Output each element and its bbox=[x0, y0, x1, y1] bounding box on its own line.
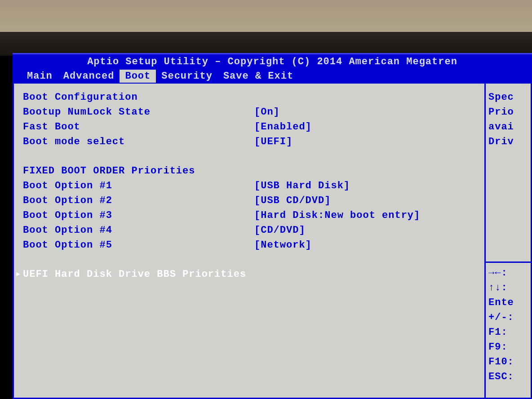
tab-main[interactable]: Main bbox=[22, 70, 58, 83]
setting-boot-option-2[interactable]: Boot Option #2 [USB CD/DVD] bbox=[23, 193, 484, 208]
key-hint: ESC: bbox=[488, 369, 528, 384]
submenu-label: UEFI Hard Disk Drive BBS Priorities bbox=[23, 267, 246, 282]
tab-boot[interactable]: Boot bbox=[120, 70, 156, 83]
setting-value: [USB Hard Disk] bbox=[254, 178, 350, 193]
section-boot-config: Boot Configuration bbox=[23, 90, 484, 105]
setting-label: Boot Option #1 bbox=[23, 178, 254, 193]
help-text: Spec bbox=[488, 90, 528, 105]
main-panel: Boot Configuration Bootup NumLock State … bbox=[14, 84, 486, 398]
help-text: avai bbox=[488, 120, 528, 134]
setting-label: Bootup NumLock State bbox=[23, 105, 254, 120]
setting-boot-mode[interactable]: Boot mode select [UEFI] bbox=[23, 134, 484, 149]
setting-boot-option-3[interactable]: Boot Option #3 [Hard Disk:New boot entry… bbox=[23, 208, 484, 223]
help-text: Prio bbox=[488, 105, 528, 120]
setting-value: [CD/DVD] bbox=[254, 223, 306, 238]
key-hint: →←: bbox=[488, 266, 528, 280]
key-hint: Ente bbox=[488, 295, 528, 310]
bios-screen: Aptio Setup Utility – Copyright (C) 2014… bbox=[13, 53, 532, 399]
setting-value: [Network] bbox=[254, 238, 312, 253]
setting-label: Boot mode select bbox=[23, 134, 254, 149]
setting-label: Boot Option #2 bbox=[23, 193, 254, 208]
section-boot-order: FIXED BOOT ORDER Priorities bbox=[23, 164, 484, 178]
setting-value: [On] bbox=[254, 105, 280, 120]
setting-label: Boot Option #3 bbox=[23, 208, 254, 223]
setting-value: [Hard Disk:New boot entry] bbox=[254, 208, 420, 223]
key-hint: F1: bbox=[488, 325, 528, 340]
key-hint: F9: bbox=[488, 340, 528, 355]
help-text: Driv bbox=[488, 134, 528, 149]
tab-security[interactable]: Security bbox=[156, 70, 218, 83]
key-hint: F10: bbox=[488, 355, 528, 369]
setting-boot-option-5[interactable]: Boot Option #5 [Network] bbox=[23, 238, 484, 253]
setting-value: [Enabled] bbox=[254, 120, 312, 134]
submenu-uefi-hdd-bbs[interactable]: ▸ UEFI Hard Disk Drive BBS Priorities bbox=[14, 267, 484, 282]
tab-advanced[interactable]: Advanced bbox=[58, 70, 120, 83]
setting-label: Boot Option #5 bbox=[23, 238, 254, 253]
setting-numlock[interactable]: Bootup NumLock State [On] bbox=[23, 105, 484, 120]
tab-save-exit[interactable]: Save & Exit bbox=[218, 70, 299, 83]
setting-value: [USB CD/DVD] bbox=[254, 193, 331, 208]
setting-boot-option-4[interactable]: Boot Option #4 [CD/DVD] bbox=[23, 223, 484, 238]
key-hint: +/-: bbox=[488, 310, 528, 325]
setting-fast-boot[interactable]: Fast Boot [Enabled] bbox=[23, 120, 484, 134]
setting-boot-option-1[interactable]: Boot Option #1 [USB Hard Disk] bbox=[23, 178, 484, 193]
key-hint: ↑↓: bbox=[488, 280, 528, 295]
setting-label: Boot Option #4 bbox=[23, 223, 254, 238]
selection-arrow-icon: ▸ bbox=[14, 267, 23, 282]
header-bar: Aptio Setup Utility – Copyright (C) 2014… bbox=[13, 53, 532, 84]
tab-bar: Main Advanced Boot Security Save & Exit bbox=[13, 70, 532, 84]
help-panel: Spec Prio avai Driv →←: ↑↓: Ente +/-: F1… bbox=[486, 84, 531, 398]
setting-label: Fast Boot bbox=[23, 120, 254, 134]
setting-value: [UEFI] bbox=[254, 134, 293, 149]
bios-title: Aptio Setup Utility – Copyright (C) 2014… bbox=[13, 54, 532, 70]
